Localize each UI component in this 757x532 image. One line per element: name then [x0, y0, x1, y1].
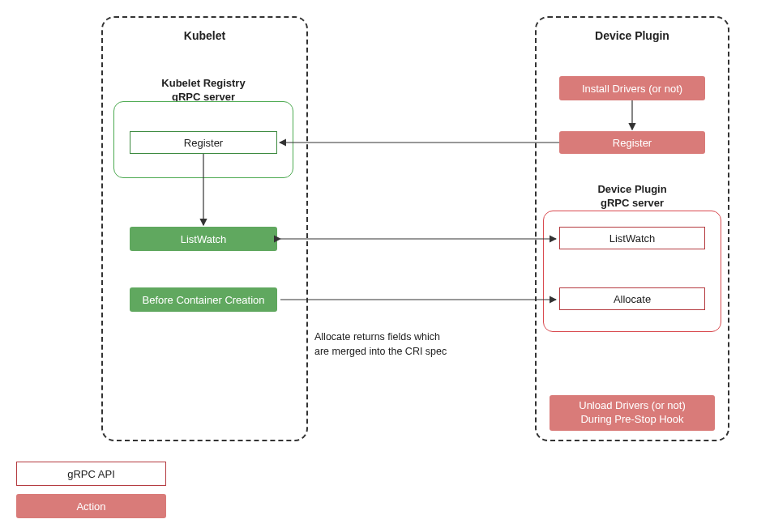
device-allocate-api: Allocate — [559, 287, 705, 310]
kubelet-listwatch-action: ListWatch — [130, 227, 277, 251]
kubelet-title: Kubelet — [103, 29, 306, 42]
kubelet-registry-heading: Kubelet Registry gRPC server — [113, 77, 293, 104]
device-listwatch-api: ListWatch — [559, 227, 705, 249]
legend-grpc-api: gRPC API — [16, 462, 166, 486]
device-grpc-heading: Device Plugin gRPC server — [543, 183, 721, 211]
allocate-annotation: Allocate returns fields which are merged… — [314, 330, 493, 359]
device-register-action: Register — [559, 131, 705, 154]
legend-action: Action — [16, 494, 166, 518]
unload-drivers-action: Unload Drivers (or not) During Pre-Stop … — [550, 395, 715, 431]
kubelet-register-api: Register — [130, 131, 277, 154]
kubelet-before-container-action: Before Container Creation — [130, 287, 277, 312]
install-drivers-action: Install Drivers (or not) — [559, 76, 705, 100]
device-plugin-title: Device Plugin — [537, 29, 728, 42]
